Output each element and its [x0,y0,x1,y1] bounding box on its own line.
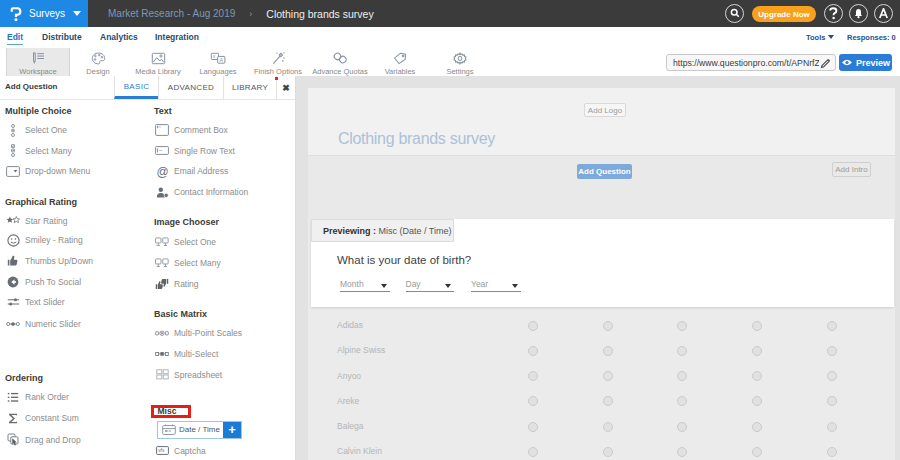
svg-text:A: A [220,57,224,63]
svg-text:x: x [213,54,216,59]
svg-text:vfs: vfs [158,448,165,453]
svg-text:@: @ [156,165,168,178]
